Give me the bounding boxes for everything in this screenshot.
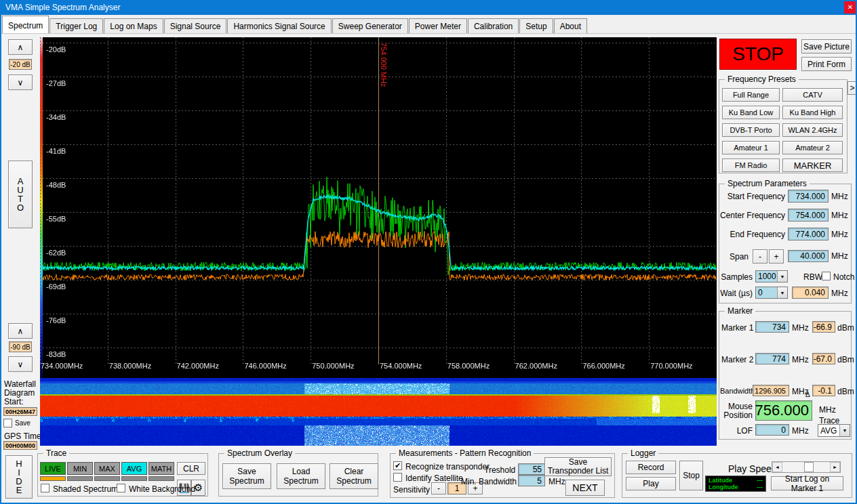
clear-spectrum-button[interactable]: Clear Spectrum (330, 463, 378, 489)
chevron-up-icon: ∧ (18, 43, 24, 52)
preset-full-range[interactable]: Full Range (722, 88, 780, 102)
lof-field[interactable]: 0 (755, 424, 789, 436)
preset-ku-band-low[interactable]: Ku Band Low (722, 106, 780, 119)
span-plus-button[interactable]: + (769, 249, 784, 264)
preset-amateur-2[interactable]: Amateur 2 (782, 141, 843, 154)
window-title: VMA Simple Spectrum Analyser (5, 3, 120, 12)
marker1-freq-field[interactable]: 734 (755, 321, 789, 333)
trace-button-max[interactable]: MAX (94, 462, 120, 475)
trace-clr-button[interactable]: CLR (177, 462, 205, 475)
play-speed-scrollbar[interactable]: ◄ ► (772, 461, 841, 473)
treshold-label: Treshold (484, 465, 515, 475)
wait-dropdown[interactable]: 0 ▼ (755, 287, 788, 299)
trace-button-avg[interactable]: AVG (121, 462, 147, 475)
trace-button-live[interactable]: LIVE (40, 462, 66, 475)
measurements-title: Measurements - Pattern Recognition (396, 448, 534, 458)
white-background-checkbox[interactable] (117, 484, 125, 492)
treshold-field[interactable]: 55 (518, 463, 545, 475)
min-bandwidth-label: Min. Bandwidth (461, 477, 517, 486)
ref-top-down-button[interactable]: ∨ (8, 75, 33, 90)
freq-row-field[interactable]: 754.000 (788, 209, 829, 222)
span-field[interactable]: 40.000 (788, 250, 829, 262)
freq-row-label: Start Frequency (719, 192, 785, 201)
ref-top-field[interactable]: -20 dB (9, 59, 32, 70)
min-bandwidth-field[interactable]: 5 (518, 475, 545, 486)
preset-amateur-1[interactable]: Amateur 1 (722, 141, 780, 154)
marker1-level-field: -66.9 (812, 321, 835, 333)
start-log-marker1-button[interactable]: Start Log on Marker 1 (771, 476, 843, 490)
preset-fm-radio[interactable]: FM Radio (722, 159, 780, 172)
close-icon: ✕ (848, 0, 853, 15)
ref-top-up-button[interactable]: ∧ (8, 39, 33, 55)
tab-log-on-maps[interactable]: Log on Maps (104, 18, 163, 33)
ref-bottom-down-button[interactable]: ∨ (8, 356, 33, 372)
close-button[interactable]: ✕ (844, 1, 856, 14)
stop-button[interactable]: STOP (719, 39, 797, 70)
next-button[interactable]: NEXT (565, 480, 605, 496)
save-picture-button[interactable]: Save Picture (801, 39, 852, 54)
tab-trigger-log[interactable]: Trigger Log (49, 18, 103, 33)
dropdown-arrow-icon: ▼ (777, 287, 787, 298)
preset-marker[interactable]: MARKER (782, 159, 843, 172)
play-button[interactable]: Play (626, 477, 676, 490)
gps-time-label: GPS Time (4, 432, 41, 441)
scroll-left-icon[interactable]: ◄ (772, 462, 782, 472)
freq-row-end-frequency: End Frequency774.000MHz (719, 228, 852, 241)
sensitivity-minus-button[interactable]: - (431, 482, 446, 495)
trace-color-bar-max (94, 476, 120, 481)
save-spectrum-button[interactable]: Save Spectrum (222, 463, 271, 489)
waterfall-start-time: 00H26M47 (3, 407, 37, 416)
print-form-button[interactable]: Print Form (801, 57, 852, 71)
tab-calibration[interactable]: Calibration (468, 18, 519, 33)
trace-button-min[interactable]: MIN (67, 462, 93, 475)
delta-icon: Δ (805, 391, 810, 398)
scroll-right-icon[interactable]: ► (830, 462, 840, 472)
play-speed-track[interactable] (782, 462, 830, 472)
tab-spectrum[interactable]: Spectrum (2, 16, 49, 33)
shaded-spectrum-checkbox[interactable] (41, 484, 49, 492)
bandwidth-level-unit: dBm (837, 387, 854, 396)
ref-bottom-up-button[interactable]: ∧ (8, 323, 33, 339)
freq-row-field[interactable]: 734.000 (788, 190, 829, 203)
bandwidth-label: Bandwidth (720, 387, 755, 395)
span-minus-button[interactable]: - (753, 249, 768, 264)
samples-dropdown[interactable]: 1000 ▼ (755, 270, 788, 282)
gps-lcd: Latitude--- Longitude--- (705, 476, 766, 492)
trace-button-math[interactable]: MATH (148, 462, 174, 475)
spectrum-plot[interactable] (40, 37, 717, 378)
title-bar: VMA Simple Spectrum Analyser ✕ (0, 0, 857, 15)
preset-wlan-2-4ghz[interactable]: WLAN 2.4GHz (782, 123, 843, 137)
marker2-freq-field[interactable]: 774 (755, 353, 789, 364)
tab-signal-source[interactable]: Signal Source (164, 18, 227, 33)
presets-more-button[interactable]: > (848, 81, 857, 95)
save-transponder-list-button[interactable]: Save Transponder List (544, 457, 612, 476)
logger-stop-button[interactable]: Stop (679, 461, 703, 490)
auto-button-label: AUTO (16, 177, 25, 212)
rbw-value-unit: MHz (831, 289, 848, 298)
preset-dvb-t-porto[interactable]: DVB-T Porto (722, 123, 780, 137)
rbw-checkbox[interactable] (822, 272, 831, 280)
ref-bottom-field[interactable]: -90 dB (9, 341, 32, 352)
tab-setup[interactable]: Setup (519, 18, 553, 33)
waterfall-save-checkbox[interactable] (3, 419, 12, 427)
freq-row-field[interactable]: 774.000 (788, 228, 829, 240)
longitude-value: --- (757, 484, 763, 490)
record-button[interactable]: Record (626, 461, 676, 474)
auto-button[interactable]: AUTO (8, 161, 33, 228)
tab-sweep-generator[interactable]: Sweep Generator (332, 18, 408, 33)
recognize-transponder-checkbox[interactable]: ✔ (393, 461, 402, 470)
white-background-label: White Background (129, 484, 195, 494)
tab-harmonics-signal-source[interactable]: Harmonics Signal Source (227, 18, 331, 33)
trace-select-dropdown[interactable]: AVG ▼ (818, 424, 850, 437)
tab-strip: SpectrumTrigger LogLog on MapsSignal Sou… (0, 15, 857, 34)
hide-button[interactable]: HIDE (5, 455, 33, 499)
play-speed-thumb[interactable] (804, 462, 814, 472)
identify-satellite-checkbox[interactable] (393, 473, 402, 482)
preset-catv[interactable]: CATV (782, 88, 843, 102)
tab-about[interactable]: About (554, 18, 587, 33)
tab-power-meter[interactable]: Power Meter (409, 18, 467, 33)
load-spectrum-button[interactable]: Load Spectrum (277, 463, 325, 489)
spectrum-parameters-title: Spectrum Parameters (725, 179, 810, 188)
marker2-level-field: -67.0 (812, 353, 835, 364)
preset-ku-band-high[interactable]: Ku Band High (782, 106, 843, 119)
